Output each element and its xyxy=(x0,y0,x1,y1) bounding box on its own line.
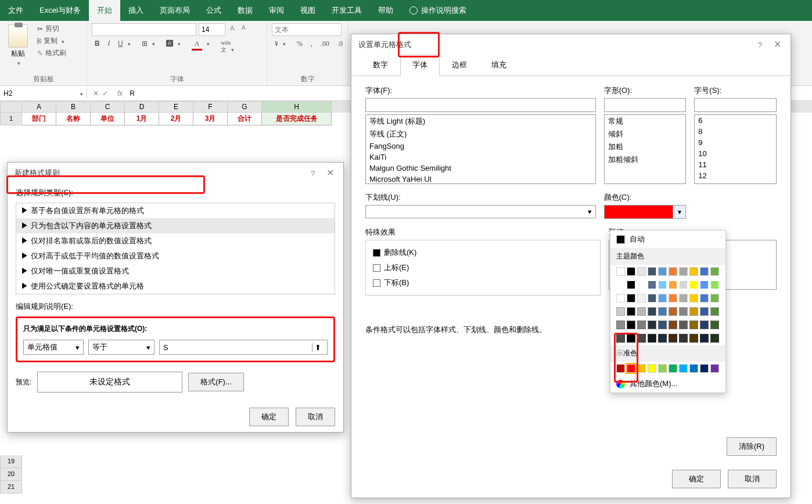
color-swatch[interactable] xyxy=(679,267,688,276)
color-swatch[interactable] xyxy=(710,307,719,316)
row-header[interactable]: 20 xyxy=(0,468,22,481)
italic-button[interactable]: I xyxy=(105,38,113,55)
col-header[interactable]: D xyxy=(125,101,159,113)
color-swatch[interactable] xyxy=(669,280,677,289)
color-swatch[interactable] xyxy=(627,267,635,276)
color-swatch[interactable] xyxy=(616,280,625,289)
cell[interactable]: 部门 xyxy=(22,113,56,125)
color-swatch[interactable] xyxy=(689,307,698,316)
fill-color-button[interactable]: 🅰 xyxy=(163,38,186,55)
style-input[interactable] xyxy=(604,98,687,112)
currency-button[interactable]: ¥ xyxy=(272,38,292,49)
color-swatch[interactable] xyxy=(689,364,698,373)
format-painter-button[interactable]: 格式刷 xyxy=(35,48,69,59)
rule-type-item[interactable]: ▶ 使用公式确定要设置格式的单元格 xyxy=(16,279,335,294)
color-swatch[interactable] xyxy=(710,321,719,329)
condition-operator-select[interactable]: 等于▾ xyxy=(88,340,155,355)
tab-file[interactable]: 文件 xyxy=(0,0,31,21)
row-header[interactable]: 1 xyxy=(0,113,22,125)
color-swatch[interactable] xyxy=(637,267,646,276)
decrease-decimal-button[interactable]: .0 xyxy=(335,38,346,49)
color-dropdown-icon[interactable]: ▾ xyxy=(673,206,685,218)
underline-button[interactable]: U xyxy=(115,38,136,55)
help-icon[interactable]: ? xyxy=(311,169,315,178)
size-list[interactable]: 689101112 xyxy=(694,114,777,184)
color-swatch[interactable] xyxy=(679,280,688,289)
row-header[interactable]: 21 xyxy=(0,481,22,494)
font-size-select[interactable] xyxy=(199,23,225,36)
bold-button[interactable]: B xyxy=(92,38,103,55)
ok-button[interactable]: 确定 xyxy=(672,470,721,488)
color-swatch[interactable] xyxy=(637,364,646,373)
color-swatch[interactable] xyxy=(616,321,625,329)
auto-color-item[interactable]: 自动 xyxy=(610,231,725,248)
color-swatch[interactable] xyxy=(658,280,667,289)
color-swatch[interactable] xyxy=(637,307,646,316)
font-input[interactable] xyxy=(365,98,596,112)
strikethrough-checkbox[interactable]: 删除线(K) xyxy=(373,245,593,260)
color-swatch[interactable] xyxy=(658,307,667,316)
color-swatch[interactable] xyxy=(700,307,709,316)
condition-target-select[interactable]: 单元格值▾ xyxy=(23,340,84,355)
color-swatch[interactable] xyxy=(689,267,698,276)
color-swatch[interactable] xyxy=(679,307,688,316)
row-header[interactable]: 19 xyxy=(0,455,22,468)
color-swatch[interactable] xyxy=(627,294,635,303)
color-swatch[interactable] xyxy=(689,294,698,303)
color-swatch[interactable] xyxy=(616,307,625,316)
color-swatch[interactable] xyxy=(689,321,698,329)
color-swatch[interactable] xyxy=(648,334,656,343)
tab-review[interactable]: 审阅 xyxy=(261,0,292,21)
color-swatch[interactable] xyxy=(658,364,667,373)
name-box[interactable]: H2 xyxy=(0,88,87,99)
color-swatch[interactable] xyxy=(700,280,709,289)
color-swatch[interactable] xyxy=(648,364,656,373)
cell[interactable]: 3月 xyxy=(193,113,228,125)
size-input[interactable] xyxy=(694,98,777,112)
color-swatch[interactable] xyxy=(637,280,646,289)
color-swatch[interactable] xyxy=(627,334,635,343)
color-swatch[interactable] xyxy=(669,294,677,303)
tab-formulas[interactable]: 公式 xyxy=(198,0,229,21)
increase-decimal-button[interactable]: .00 xyxy=(318,38,332,49)
color-swatch[interactable] xyxy=(700,321,709,329)
font-family-select[interactable] xyxy=(92,23,196,36)
border-button[interactable]: ⊞ xyxy=(139,38,161,55)
format-button[interactable]: 格式(F)... xyxy=(188,373,243,391)
color-swatch[interactable] xyxy=(700,267,709,276)
color-swatch[interactable] xyxy=(669,267,677,276)
color-swatch[interactable] xyxy=(669,334,677,343)
color-swatch[interactable] xyxy=(627,364,635,373)
font-list[interactable]: 等线 Light (标题)等线 (正文)FangSongKaiTiMalgun … xyxy=(365,114,596,184)
color-swatch[interactable] xyxy=(648,267,656,276)
tab-border[interactable]: 边框 xyxy=(440,55,479,75)
cell[interactable]: 单位 xyxy=(91,113,125,125)
color-swatch[interactable] xyxy=(648,321,656,329)
cut-button[interactable]: 剪切 xyxy=(35,23,69,34)
color-swatch[interactable] xyxy=(648,307,656,316)
cell[interactable]: 合计 xyxy=(228,113,262,125)
help-icon[interactable]: ? xyxy=(758,41,762,49)
color-swatch[interactable] xyxy=(700,294,709,303)
color-swatch[interactable] xyxy=(669,364,677,373)
color-swatch[interactable] xyxy=(658,334,667,343)
col-header[interactable]: B xyxy=(56,101,91,113)
condition-value-input[interactable]: S⬆ xyxy=(159,340,328,355)
paste-button[interactable]: 粘贴 xyxy=(5,23,31,68)
cell[interactable]: 1月 xyxy=(125,113,159,125)
percent-button[interactable]: % xyxy=(294,38,306,49)
fx-icon[interactable]: fx xyxy=(114,89,126,98)
number-format-select[interactable] xyxy=(272,23,342,36)
decrease-font-icon[interactable]: A xyxy=(239,23,248,36)
color-swatch[interactable] xyxy=(648,294,656,303)
style-list[interactable]: 常规倾斜加粗加粗倾斜 xyxy=(604,114,687,184)
col-header[interactable]: F xyxy=(193,101,228,113)
phonetic-button[interactable]: wén文 xyxy=(218,38,240,55)
cancel-formula-icon[interactable]: ✕ xyxy=(93,89,99,98)
rule-type-item[interactable]: ▶ 仅对排名靠前或靠后的数值设置格式 xyxy=(16,233,335,249)
cancel-button[interactable]: 取消 xyxy=(296,408,335,426)
rule-type-item[interactable]: ▶ 仅对唯一值或重复值设置格式 xyxy=(16,264,335,279)
rule-type-item[interactable]: ▶ 只为包含以下内容的单元格设置格式 xyxy=(16,218,335,233)
clear-button[interactable]: 清除(R) xyxy=(727,437,777,456)
tab-view[interactable]: 视图 xyxy=(292,0,324,21)
